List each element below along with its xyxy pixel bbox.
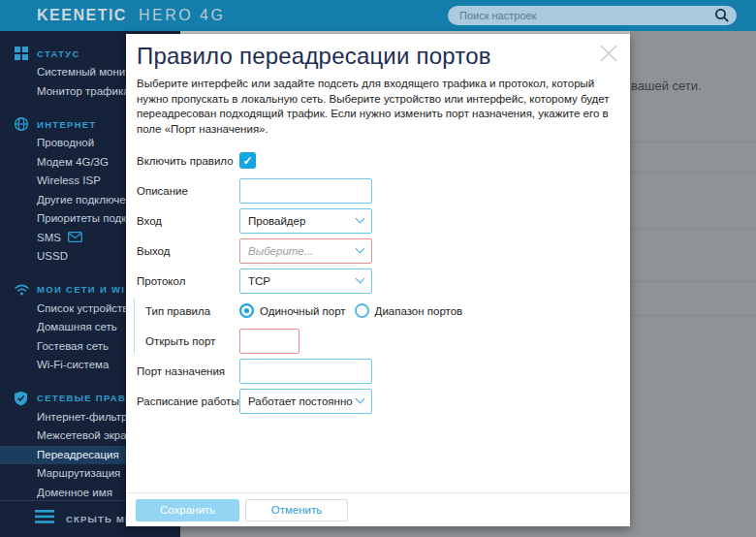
dialog-title: Правило переадресации портов xyxy=(137,43,591,70)
destination-port-label: Порт назначения xyxy=(137,365,239,377)
search-input[interactable] xyxy=(448,6,737,25)
envelope-icon xyxy=(68,233,82,244)
input-interface-row: Вход Провайдер xyxy=(137,208,630,234)
dialog-footer: Сохранить Отменить xyxy=(126,492,630,526)
description-input[interactable] xyxy=(239,178,372,204)
input-interface-select[interactable]: Провайдер xyxy=(239,208,372,234)
bg-text-fragment: вашей сети. xyxy=(631,79,702,93)
output-interface-label: Выход xyxy=(137,245,239,257)
nav-section-title: МОИ СЕТИ И WI-FI xyxy=(37,284,141,295)
radio-unselected-icon xyxy=(355,303,369,318)
globe-icon xyxy=(14,116,37,132)
app-header: KEENETIC HERO 4G xyxy=(0,0,756,31)
radio-port-range[interactable]: Диапазон портов xyxy=(355,303,463,318)
description-row: Описание xyxy=(137,178,630,204)
radio-single-port[interactable]: Одиночный порт xyxy=(239,303,346,318)
protocol-row: Протокол TCP xyxy=(137,268,630,294)
open-port-row: Открыть порт xyxy=(145,329,630,354)
rule-type-label: Тип правила xyxy=(145,305,239,317)
settings-search xyxy=(448,6,737,25)
close-icon[interactable] xyxy=(598,43,619,64)
shield-icon xyxy=(14,391,37,406)
schedule-label: Расписание работы xyxy=(137,395,239,407)
schedule-select[interactable]: Работает постоянно xyxy=(239,389,372,414)
port-settings-group: Тип правила Одиночный порт Диапазон порт… xyxy=(134,299,630,354)
open-port-input[interactable] xyxy=(239,329,299,354)
description-label: Описание xyxy=(137,185,239,197)
schedule-row: Расписание работы Работает постоянно xyxy=(137,389,630,414)
destination-port-row: Порт назначения xyxy=(137,359,630,384)
chevron-down-icon xyxy=(356,274,365,284)
chevron-down-icon xyxy=(356,244,365,254)
output-interface-row: Выход Выберите... xyxy=(137,238,630,264)
chevron-down-icon xyxy=(356,395,365,404)
radio-selected-icon xyxy=(239,303,254,318)
open-port-label: Открыть порт xyxy=(145,335,239,347)
enable-rule-label: Включить правило xyxy=(137,155,239,167)
search-icon[interactable] xyxy=(714,8,730,27)
nav-section-title: ИНТЕРНЕТ xyxy=(37,119,97,130)
wifi-icon xyxy=(14,283,37,296)
rule-form: Включить правило Описание Вход Провайдер… xyxy=(126,148,630,414)
enable-rule-checkbox[interactable] xyxy=(239,152,256,169)
model-name: HERO 4G xyxy=(139,7,226,24)
cancel-button[interactable]: Отменить xyxy=(245,499,348,521)
dialog-description: Выберите интерфейс или задайте подсеть д… xyxy=(137,77,616,138)
destination-port-input[interactable] xyxy=(239,359,372,384)
nav-section-title: СТАТУС xyxy=(37,48,80,59)
brand-logo: KEENETIC xyxy=(37,7,127,24)
rule-type-radio-group: Одиночный порт Диапазон портов xyxy=(239,303,462,318)
protocol-select[interactable]: TCP xyxy=(239,268,372,294)
port-forwarding-rule-dialog: Правило переадресации портов Выберите ин… xyxy=(126,34,630,526)
enable-rule-row: Включить правило xyxy=(137,148,630,174)
save-button[interactable]: Сохранить xyxy=(136,499,239,521)
output-interface-select[interactable]: Выберите... xyxy=(239,238,372,264)
dashboard-icon xyxy=(14,46,37,61)
input-interface-label: Вход xyxy=(137,215,239,227)
hamburger-icon xyxy=(35,510,54,527)
chevron-down-icon xyxy=(356,214,365,224)
rule-type-row: Тип правила Одиночный порт Диапазон порт… xyxy=(145,299,630,324)
protocol-label: Протокол xyxy=(137,275,239,287)
